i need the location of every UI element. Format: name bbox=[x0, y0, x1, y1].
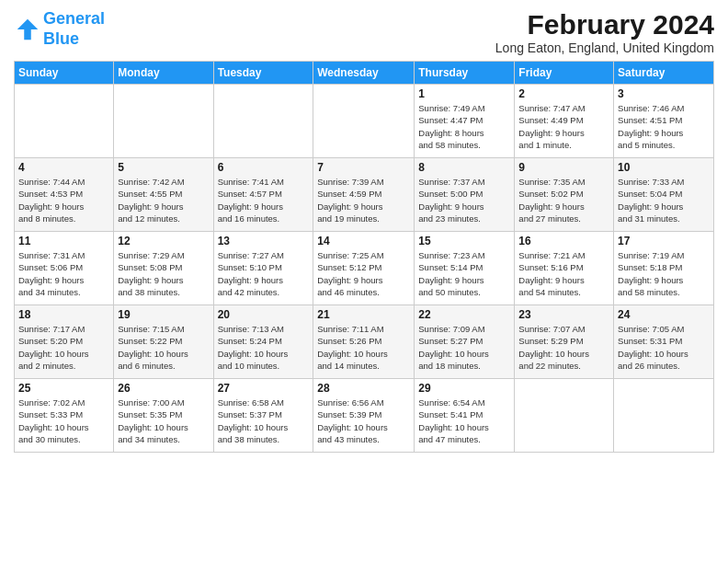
location: Long Eaton, England, United Kingdom bbox=[495, 40, 714, 55]
calendar-cell: 6Sunrise: 7:41 AM Sunset: 4:57 PM Daylig… bbox=[213, 158, 313, 232]
day-number: 10 bbox=[618, 161, 710, 174]
day-number: 28 bbox=[317, 382, 410, 395]
day-info: Sunrise: 7:44 AM Sunset: 4:53 PM Dayligh… bbox=[18, 176, 109, 224]
page-container: General Blue February 2024 Long Eaton, E… bbox=[0, 0, 728, 457]
header: General Blue February 2024 Long Eaton, E… bbox=[14, 9, 714, 55]
day-info: Sunrise: 7:02 AM Sunset: 5:33 PM Dayligh… bbox=[18, 396, 109, 445]
col-tuesday: Tuesday bbox=[213, 62, 313, 85]
day-number: 23 bbox=[518, 308, 609, 321]
calendar-cell: 22Sunrise: 7:09 AM Sunset: 5:27 PM Dayli… bbox=[415, 305, 515, 379]
calendar-cell: 24Sunrise: 7:05 AM Sunset: 5:31 PM Dayli… bbox=[614, 305, 714, 379]
day-number: 7 bbox=[317, 161, 410, 174]
day-number: 25 bbox=[18, 382, 109, 395]
calendar-cell bbox=[614, 379, 714, 453]
col-monday: Monday bbox=[114, 62, 213, 85]
day-number: 14 bbox=[317, 235, 410, 247]
col-sunday: Sunday bbox=[15, 62, 114, 85]
day-info: Sunrise: 7:05 AM Sunset: 5:31 PM Dayligh… bbox=[618, 323, 710, 372]
calendar-week-0: 1Sunrise: 7:49 AM Sunset: 4:47 PM Daylig… bbox=[15, 85, 714, 158]
calendar-cell: 12Sunrise: 7:29 AM Sunset: 5:08 PM Dayli… bbox=[114, 232, 213, 305]
day-number: 13 bbox=[218, 235, 310, 247]
day-number: 18 bbox=[18, 308, 109, 321]
calendar-cell: 7Sunrise: 7:39 AM Sunset: 4:59 PM Daylig… bbox=[313, 158, 415, 232]
month-year: February 2024 bbox=[495, 9, 714, 40]
day-number: 21 bbox=[317, 308, 410, 321]
svg-marker-0 bbox=[17, 18, 39, 40]
day-number: 6 bbox=[218, 161, 310, 174]
calendar-cell: 27Sunrise: 6:58 AM Sunset: 5:37 PM Dayli… bbox=[213, 379, 313, 453]
calendar-cell: 9Sunrise: 7:35 AM Sunset: 5:02 PM Daylig… bbox=[515, 158, 614, 232]
calendar-cell: 3Sunrise: 7:46 AM Sunset: 4:51 PM Daylig… bbox=[614, 85, 714, 158]
logo-line2: Blue bbox=[43, 29, 79, 48]
day-info: Sunrise: 7:21 AM Sunset: 5:16 PM Dayligh… bbox=[518, 249, 609, 298]
calendar-header: Sunday Monday Tuesday Wednesday Thursday… bbox=[15, 62, 714, 85]
day-info: Sunrise: 7:15 AM Sunset: 5:22 PM Dayligh… bbox=[118, 323, 209, 372]
day-info: Sunrise: 7:47 AM Sunset: 4:49 PM Dayligh… bbox=[518, 102, 609, 151]
calendar-body: 1Sunrise: 7:49 AM Sunset: 4:47 PM Daylig… bbox=[15, 85, 714, 453]
day-info: Sunrise: 7:35 AM Sunset: 5:02 PM Dayligh… bbox=[518, 176, 609, 224]
day-number: 22 bbox=[418, 308, 510, 321]
day-info: Sunrise: 7:23 AM Sunset: 5:14 PM Dayligh… bbox=[418, 249, 510, 298]
calendar-week-4: 25Sunrise: 7:02 AM Sunset: 5:33 PM Dayli… bbox=[15, 379, 714, 453]
day-info: Sunrise: 6:56 AM Sunset: 5:39 PM Dayligh… bbox=[317, 396, 410, 445]
col-friday: Friday bbox=[515, 62, 614, 85]
calendar-cell bbox=[15, 85, 114, 158]
calendar-week-2: 11Sunrise: 7:31 AM Sunset: 5:06 PM Dayli… bbox=[15, 232, 714, 305]
day-info: Sunrise: 7:00 AM Sunset: 5:35 PM Dayligh… bbox=[118, 396, 209, 445]
calendar-cell: 16Sunrise: 7:21 AM Sunset: 5:16 PM Dayli… bbox=[515, 232, 614, 305]
logo: General Blue bbox=[14, 9, 105, 49]
calendar-cell: 26Sunrise: 7:00 AM Sunset: 5:35 PM Dayli… bbox=[114, 379, 213, 453]
day-number: 26 bbox=[118, 382, 209, 395]
header-row: Sunday Monday Tuesday Wednesday Thursday… bbox=[15, 62, 714, 85]
calendar-cell: 5Sunrise: 7:42 AM Sunset: 4:55 PM Daylig… bbox=[114, 158, 213, 232]
calendar-cell: 20Sunrise: 7:13 AM Sunset: 5:24 PM Dayli… bbox=[213, 305, 313, 379]
day-info: Sunrise: 7:42 AM Sunset: 4:55 PM Dayligh… bbox=[118, 176, 209, 224]
calendar-cell: 13Sunrise: 7:27 AM Sunset: 5:10 PM Dayli… bbox=[213, 232, 313, 305]
day-info: Sunrise: 7:11 AM Sunset: 5:26 PM Dayligh… bbox=[317, 323, 410, 372]
calendar-cell bbox=[213, 85, 313, 158]
day-number: 12 bbox=[118, 235, 209, 247]
calendar-cell bbox=[515, 379, 614, 453]
calendar-week-1: 4Sunrise: 7:44 AM Sunset: 4:53 PM Daylig… bbox=[15, 158, 714, 232]
col-wednesday: Wednesday bbox=[313, 62, 415, 85]
calendar-table: Sunday Monday Tuesday Wednesday Thursday… bbox=[14, 61, 714, 453]
day-number: 16 bbox=[518, 235, 609, 247]
day-number: 2 bbox=[518, 87, 609, 100]
calendar-cell: 28Sunrise: 6:56 AM Sunset: 5:39 PM Dayli… bbox=[313, 379, 415, 453]
day-number: 17 bbox=[618, 235, 710, 247]
day-number: 5 bbox=[118, 161, 209, 174]
day-number: 8 bbox=[418, 161, 510, 174]
day-number: 1 bbox=[418, 87, 510, 100]
day-number: 19 bbox=[118, 308, 209, 321]
logo-icon bbox=[14, 16, 41, 43]
calendar-cell: 15Sunrise: 7:23 AM Sunset: 5:14 PM Dayli… bbox=[415, 232, 515, 305]
calendar-cell: 14Sunrise: 7:25 AM Sunset: 5:12 PM Dayli… bbox=[313, 232, 415, 305]
day-info: Sunrise: 6:58 AM Sunset: 5:37 PM Dayligh… bbox=[218, 396, 310, 445]
day-number: 24 bbox=[618, 308, 710, 321]
day-info: Sunrise: 6:54 AM Sunset: 5:41 PM Dayligh… bbox=[418, 396, 510, 445]
calendar-cell: 18Sunrise: 7:17 AM Sunset: 5:20 PM Dayli… bbox=[15, 305, 114, 379]
day-number: 3 bbox=[618, 87, 710, 100]
day-number: 27 bbox=[218, 382, 310, 395]
calendar-cell: 21Sunrise: 7:11 AM Sunset: 5:26 PM Dayli… bbox=[313, 305, 415, 379]
calendar-cell: 4Sunrise: 7:44 AM Sunset: 4:53 PM Daylig… bbox=[15, 158, 114, 232]
calendar-cell bbox=[313, 85, 415, 158]
calendar-cell: 17Sunrise: 7:19 AM Sunset: 5:18 PM Dayli… bbox=[614, 232, 714, 305]
day-info: Sunrise: 7:46 AM Sunset: 4:51 PM Dayligh… bbox=[618, 102, 710, 151]
day-info: Sunrise: 7:31 AM Sunset: 5:06 PM Dayligh… bbox=[18, 249, 109, 298]
calendar-cell bbox=[114, 85, 213, 158]
day-number: 15 bbox=[418, 235, 510, 247]
day-info: Sunrise: 7:19 AM Sunset: 5:18 PM Dayligh… bbox=[618, 249, 710, 298]
calendar-cell: 1Sunrise: 7:49 AM Sunset: 4:47 PM Daylig… bbox=[415, 85, 515, 158]
calendar-cell: 10Sunrise: 7:33 AM Sunset: 5:04 PM Dayli… bbox=[614, 158, 714, 232]
calendar-cell: 23Sunrise: 7:07 AM Sunset: 5:29 PM Dayli… bbox=[515, 305, 614, 379]
calendar-cell: 29Sunrise: 6:54 AM Sunset: 5:41 PM Dayli… bbox=[415, 379, 515, 453]
day-info: Sunrise: 7:17 AM Sunset: 5:20 PM Dayligh… bbox=[18, 323, 109, 372]
day-info: Sunrise: 7:27 AM Sunset: 5:10 PM Dayligh… bbox=[218, 249, 310, 298]
day-number: 20 bbox=[218, 308, 310, 321]
day-number: 29 bbox=[418, 382, 510, 395]
logo-text: General Blue bbox=[43, 9, 105, 49]
day-info: Sunrise: 7:33 AM Sunset: 5:04 PM Dayligh… bbox=[618, 176, 710, 224]
day-info: Sunrise: 7:41 AM Sunset: 4:57 PM Dayligh… bbox=[218, 176, 310, 224]
day-info: Sunrise: 7:29 AM Sunset: 5:08 PM Dayligh… bbox=[118, 249, 209, 298]
